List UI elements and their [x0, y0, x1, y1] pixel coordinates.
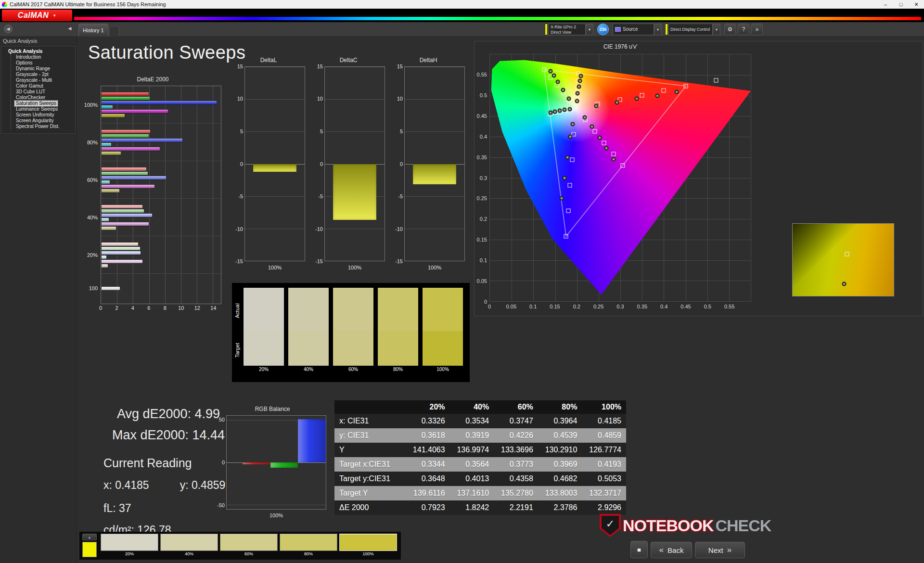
saturation-level-bar: ▲ 20%40%60%80%100%	[79, 532, 401, 560]
rgb-balance-title: RGB Balance	[212, 406, 333, 415]
deltae-group-label: 60%	[77, 177, 98, 183]
cie-inset-target	[845, 252, 849, 256]
sidebar-item-spectral-power-dist-[interactable]: Spectral Power Dist.	[14, 124, 61, 129]
deltaL-gridline	[245, 261, 305, 261]
table-cell: 0.4193	[582, 457, 626, 472]
close-button[interactable]: ✕	[909, 0, 924, 9]
swatch-column: 40%	[288, 288, 329, 373]
table-cell: 0.3773	[494, 457, 538, 472]
saturation-level-button-60%[interactable]: 60%	[220, 534, 278, 557]
meter-dropdown[interactable]: X-Rite i1Pro 2 Direct View	[548, 24, 586, 35]
deltae-group-label: 80%	[77, 140, 98, 145]
display-control-caret-icon[interactable]: ▼	[713, 24, 720, 35]
cie-measured-point	[557, 109, 562, 113]
deltaC-xlabel: 100%	[324, 265, 385, 270]
saturation-level-button-80%[interactable]: 80%	[280, 534, 337, 557]
deltae-bar-red	[102, 167, 146, 171]
cie-axis-tick: 0.55	[724, 304, 734, 309]
sidebar-item-introduction[interactable]: Introduction	[14, 54, 42, 60]
watermark-check: CHECK	[715, 516, 771, 535]
cie-measured-point	[594, 103, 599, 108]
deltae-bar-yellow	[102, 189, 119, 192]
deltae-plot: 100%80%60%40%20%100	[101, 86, 221, 304]
cie-measured-point	[566, 97, 571, 101]
deltaL-axis-tick: 10	[237, 96, 243, 102]
deltae-group-label: 40%	[77, 215, 98, 220]
gear-icon[interactable]: ⚙	[724, 24, 736, 35]
rgb-xlabel: 100%	[226, 512, 326, 518]
sidebar-item-grayscale-multi[interactable]: Grayscale - Multi	[14, 77, 53, 83]
swatch-level-label: 100%	[423, 366, 463, 373]
deltaC-ylabels: 151050-5-10-15	[312, 66, 324, 261]
source-dropdown-caret-icon[interactable]: ▼	[654, 24, 662, 35]
deltae-xlabels: 02468101214	[101, 304, 221, 312]
cie-axis-tick: 0	[484, 299, 487, 305]
rgb-axis-tick: 0	[222, 460, 225, 465]
saturation-level-button-20%[interactable]: 20%	[101, 534, 158, 557]
meter-dropdown-caret-icon[interactable]: ▼	[586, 24, 593, 35]
minimize-button[interactable]: –	[878, 0, 893, 9]
sidebar-item-color-gamut[interactable]: Color Gamut	[14, 83, 45, 89]
deltae-bar-cyan	[102, 256, 106, 259]
deltaC-axis-tick: -10	[315, 226, 323, 232]
table-cell: 0.3919	[450, 428, 494, 443]
deltae-bar-cyan	[102, 180, 110, 184]
source-label: Source	[623, 26, 638, 32]
cie-axis-tick: 0.05	[477, 278, 487, 284]
current-fl: fL: 37	[103, 502, 131, 515]
display-control-dropdown[interactable]: Direct Display Control	[668, 24, 713, 35]
table-cell: 137.1610	[450, 486, 494, 500]
cie-measured-point	[675, 90, 679, 94]
cie-axis-tick: 0.25	[477, 195, 487, 201]
deltae-group-20%: 20%	[101, 236, 221, 274]
collapse-left-icon[interactable]: ◀	[4, 25, 13, 33]
saturation-level-swatch	[220, 534, 278, 551]
target-row-label: Target	[234, 333, 240, 368]
table-cell: 0.4013	[450, 472, 494, 486]
deltaH-axis-tick: 10	[397, 96, 403, 102]
more-panel-icon[interactable]: »	[751, 24, 763, 35]
deltae-group-label: 20%	[77, 252, 98, 258]
table-cell: 0.7923	[406, 500, 450, 515]
cie-measured-point	[548, 69, 552, 74]
next-button[interactable]: Next »	[695, 542, 745, 558]
back-button[interactable]: « Back	[651, 542, 692, 558]
saturation-level-button-40%[interactable]: 40%	[160, 534, 218, 557]
sidebar-item-options[interactable]: Options	[14, 60, 34, 66]
source-dropdown[interactable]: Source	[613, 24, 654, 35]
sidebar-item-grayscale-2pt[interactable]: Grayscale - 2pt	[14, 72, 50, 77]
saturation-level-button-100%[interactable]: 100%	[339, 534, 397, 557]
sidebar-item-3d-cube-lut[interactable]: 3D Cube LUT	[14, 89, 47, 95]
calman-logo-menu[interactable]: CalMAN ▼	[2, 10, 72, 21]
deltae-bar-yellow	[102, 264, 108, 268]
rainbow-spectrum-strip	[74, 17, 921, 20]
deltaL-gridline	[245, 131, 305, 132]
sidebar-tree-children: IntroductionOptionsDynamic RangeGrayscal…	[11, 54, 74, 129]
cie-target-point	[574, 106, 578, 111]
sidebar-item-colorchecker[interactable]: ColorChecker	[14, 95, 47, 101]
tab-history-1[interactable]: History 1	[78, 24, 108, 37]
current-color-chip	[82, 542, 97, 557]
sidebar-item-screen-angularity[interactable]: Screen Angularity	[14, 118, 55, 124]
sidebar-item-luminance-sweeps[interactable]: Luminance Sweeps	[14, 106, 59, 112]
stop-button[interactable]: ■	[630, 541, 648, 558]
sidebar-collapse-icon[interactable]: ◀	[65, 25, 74, 33]
tab-stub[interactable]	[109, 26, 119, 37]
measurement-count-badge[interactable]: 235	[597, 24, 609, 35]
sidebar-item-quick-analysis-root[interactable]: Quick Analysis	[2, 48, 74, 54]
saturation-level-swatch	[339, 534, 397, 551]
deltae-bar-green	[102, 172, 148, 175]
table-cell: 139.6116	[406, 486, 450, 500]
maximize-button[interactable]: □	[893, 0, 909, 9]
sidebar-item-dynamic-range[interactable]: Dynamic Range	[14, 66, 51, 72]
cie-axis-tick: 0.5	[480, 92, 487, 98]
sidebar-item-saturation-sweeps[interactable]: Saturation Sweeps	[14, 101, 58, 106]
table-row-label: ΔE 2000	[334, 500, 406, 515]
expand-levels-icon[interactable]: ▲	[82, 534, 97, 540]
help-icon[interactable]: ?	[738, 24, 749, 35]
deltaL-axis-tick: 15	[237, 64, 243, 69]
deltae-group-60%: 60%	[101, 161, 221, 199]
deltae-bar-yellow	[102, 227, 116, 230]
deltaC-axis-tick: 15	[317, 64, 323, 69]
sidebar-item-screen-uniformity[interactable]: Screen Uniformity	[14, 112, 55, 118]
